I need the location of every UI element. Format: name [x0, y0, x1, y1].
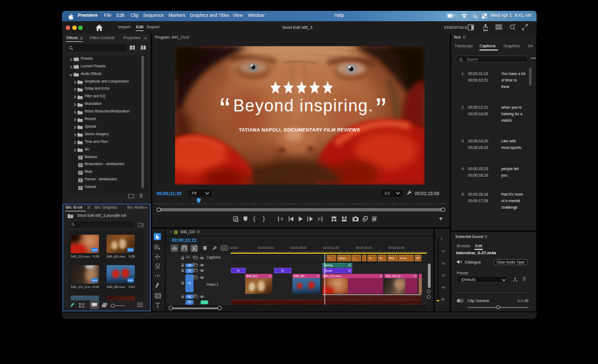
svg-text:”: ” [376, 91, 386, 127]
svg-text:Beyond inspiring.: Beyond inspiring. [233, 96, 373, 115]
svg-text:00;00;16;00: 00;00;16;00 [356, 246, 371, 249]
svg-text:32: 32 [141, 46, 144, 49]
svg-text:00;00;12;00: 00;00;12;00 [323, 246, 339, 249]
svg-text:00;00;04;00: 00;00;04;00 [258, 246, 273, 249]
svg-text:“: “ [220, 91, 230, 127]
svg-text:;00;00: ;00;00 [229, 246, 237, 249]
svg-text:TATIANA NAPOLI, DOCUMENTARY FI: TATIANA NAPOLI, DOCUMENTARY FILM REVIEWS [239, 127, 360, 133]
svg-text:00;00;20;00: 00;00;20;00 [388, 246, 404, 249]
svg-text:00;00;08;00: 00;00;08;00 [290, 246, 306, 249]
